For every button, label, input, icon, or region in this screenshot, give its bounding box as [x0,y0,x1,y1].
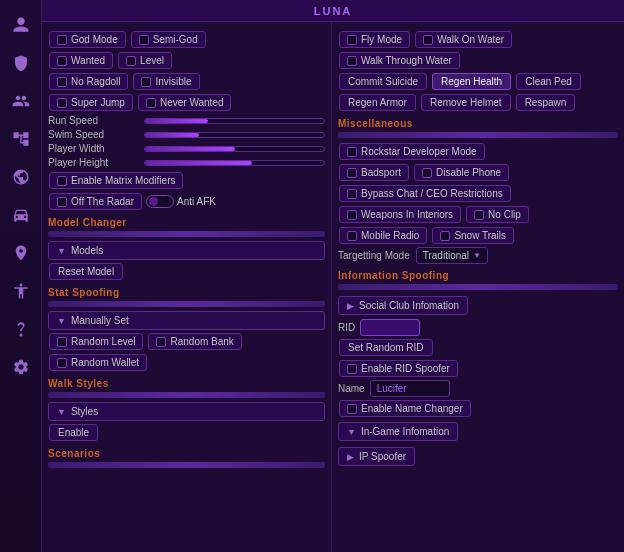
targeting-dropdown[interactable]: Traditional ▼ [416,247,488,264]
sidebar-item-location[interactable] [4,236,38,270]
reset-model-button[interactable]: Reset Model [49,263,123,280]
set-random-rid-row: Set Random RID [338,338,618,357]
sidebar-item-self[interactable] [4,274,38,308]
enable-name-changer-row: Enable Name Changer [338,399,618,418]
level-button[interactable]: Level [118,52,172,69]
models-collapsible: ▼ Models [48,241,325,260]
never-wanted-button[interactable]: Never Wanted [138,94,232,111]
walk-through-water-button[interactable]: Walk Through Water [339,52,460,69]
rockstar-dev-button[interactable]: Rockstar Developer Mode [339,143,485,160]
rid-row: RID [338,319,618,336]
manually-set-header[interactable]: ▼ Manually Set [48,311,325,330]
no-clip-button[interactable]: No Clip [466,206,529,223]
sidebar-item-globe[interactable] [4,160,38,194]
disable-phone-checkbox [422,168,432,178]
invisible-button[interactable]: Invisible [133,73,199,90]
semi-god-checkbox [139,35,149,45]
weapons-interiors-button[interactable]: Weapons In Interiors [339,206,461,223]
player-height-slider[interactable] [144,160,325,166]
stat-spoofing-bar [48,301,325,307]
enable-rid-spoofer-button[interactable]: Enable RID Spoofer [339,360,458,377]
semi-god-button[interactable]: Semi-God [131,31,206,48]
god-mode-button[interactable]: God Mode [49,31,126,48]
scenarios-bar [48,462,325,468]
stat-spoofing-heading: Stat Spoofing [48,287,325,298]
clean-ped-button[interactable]: Clean Ped [516,73,581,90]
respawn-button[interactable]: Respawn [516,94,576,111]
rid-input[interactable] [360,319,420,336]
super-jump-checkbox [57,98,67,108]
sidebar-item-player[interactable] [4,8,38,42]
no-ragdoll-checkbox [57,77,67,87]
regen-armor-row: Regen Armor Remove Helmet Respawn [338,93,618,112]
fly-mode-button[interactable]: Fly Mode [339,31,410,48]
player-width-row: Player Width [48,143,325,154]
random-wallet-button[interactable]: Random Wallet [49,354,147,371]
enable-name-changer-button[interactable]: Enable Name Changer [339,400,471,417]
bypass-chat-button[interactable]: Bypass Chat / CEO Restrictions [339,185,511,202]
model-changer-bar [48,231,325,237]
walk-on-water-button[interactable]: Walk On Water [415,31,512,48]
in-game-info-header[interactable]: ▼ In-Game Infomation [338,422,458,441]
level-checkbox [126,56,136,66]
sidebar-item-hierarchy[interactable] [4,122,38,156]
regen-armor-button[interactable]: Regen Armor [339,94,416,111]
random-level-checkbox [57,337,67,347]
player-height-fill [145,161,252,165]
remove-helmet-button[interactable]: Remove Helmet [421,94,511,111]
info-spoofing-bar [338,284,618,290]
name-input[interactable] [370,380,450,397]
mobile-radio-button[interactable]: Mobile Radio [339,227,427,244]
sidebar-item-question[interactable] [4,312,38,346]
columns: God Mode Semi-God Wanted Level [42,22,624,552]
badsport-checkbox [347,168,357,178]
sidebar-item-settings[interactable] [4,350,38,384]
models-header[interactable]: ▼ Models [48,241,325,260]
swim-speed-slider[interactable] [144,132,325,138]
run-speed-fill [145,119,208,123]
snow-trails-button[interactable]: Snow Trails [432,227,514,244]
player-width-slider[interactable] [144,146,325,152]
badsport-button[interactable]: Badsport [339,164,409,181]
walk-through-water-row: Walk Through Water [338,51,618,70]
fly-mode-row: Fly Mode Walk On Water [338,30,618,49]
off-radar-button[interactable]: Off The Radar [49,193,142,210]
off-radar-row: Off The Radar Anti AFK [48,192,325,211]
name-row: Name [338,380,618,397]
matrix-row: Enable Matrix Modifiers [48,171,325,190]
ip-spoofer-header[interactable]: ▶ IP Spoofer [338,447,415,466]
random-bank-button[interactable]: Random Bank [148,333,241,350]
social-club-header[interactable]: ▶ Social Club Infomation [338,296,468,315]
off-radar-checkbox [57,197,67,207]
bypass-chat-row: Bypass Chat / CEO Restrictions [338,184,618,203]
reset-model-row: Reset Model [48,262,325,281]
run-speed-row: Run Speed [48,115,325,126]
styles-header[interactable]: ▼ Styles [48,402,325,421]
regen-health-button[interactable]: Regen Health [432,73,511,90]
random-level-button[interactable]: Random Level [49,333,143,350]
right-panel: Fly Mode Walk On Water Walk Through Wate… [332,22,624,552]
ip-spoofer-row: ▶ IP Spoofer [338,445,618,468]
enable-row: Enable [48,423,325,442]
disable-phone-button[interactable]: Disable Phone [414,164,509,181]
enable-matrix-button[interactable]: Enable Matrix Modifiers [49,172,183,189]
sidebar-item-shield[interactable] [4,46,38,80]
enable-button[interactable]: Enable [49,424,98,441]
set-random-rid-button[interactable]: Set Random RID [339,339,433,356]
misc-heading: Miscellaneous [338,118,618,129]
god-mode-row: God Mode Semi-God [48,30,325,49]
super-jump-button[interactable]: Super Jump [49,94,133,111]
scenarios-heading: Scenarios [48,448,325,459]
commit-suicide-button[interactable]: Commit Suicide [339,73,427,90]
sidebar-item-users[interactable] [4,84,38,118]
sidebar-item-car[interactable] [4,198,38,232]
anti-afk-toggle[interactable] [146,195,174,208]
random-wallet-row: Random Wallet [48,353,325,372]
social-club-row: ▶ Social Club Infomation [338,294,618,317]
run-speed-slider[interactable] [144,118,325,124]
no-ragdoll-button[interactable]: No Ragdoll [49,73,128,90]
manually-set-arrow: ▼ [57,316,66,326]
styles-collapsible: ▼ Styles [48,402,325,421]
wanted-button[interactable]: Wanted [49,52,113,69]
ip-spoofer-arrow-icon: ▶ [347,452,354,462]
